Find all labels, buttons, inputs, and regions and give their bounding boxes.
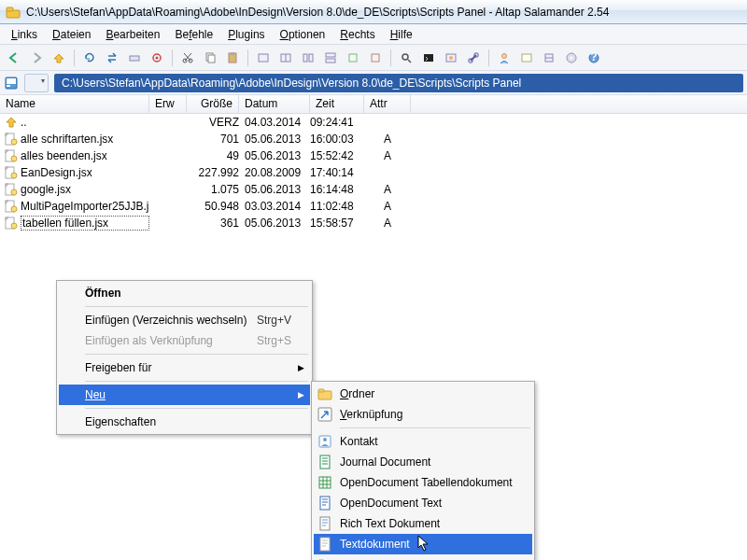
path-display[interactable]: C:\Users\Stefan\AppData\Roaming\Adobe\In… [54, 74, 743, 92]
file-time: 15:52:42 [310, 149, 364, 162]
ctx-paste-link: Einfügen als VerknüpfungStrg+S [59, 330, 310, 351]
tb-cmd1[interactable] [253, 48, 274, 68]
col-erw[interactable]: Erw [149, 95, 187, 113]
sub-txt[interactable]: Textdokument [314, 534, 532, 554]
sub-contact[interactable]: Kontakt [314, 431, 532, 452]
menu-rechts[interactable]: Rechts [332, 26, 382, 43]
tb-copy[interactable] [200, 48, 220, 68]
svg-rect-54 [320, 497, 330, 510]
file-attr: A [364, 149, 411, 162]
odt-icon [317, 496, 332, 511]
svg-text:?: ? [590, 51, 597, 63]
ctx-properties[interactable]: Eigenschaften [59, 412, 310, 432]
file-row[interactable]: google.jsx1.07505.06.201316:14:48A [0, 181, 747, 198]
tb-cut[interactable] [177, 48, 198, 68]
sub-odt-text[interactable]: OpenDocument Text [314, 493, 532, 513]
tb-up[interactable] [49, 48, 69, 68]
tb-pref[interactable] [441, 48, 461, 68]
tb-forward[interactable] [26, 48, 47, 68]
col-zeit[interactable]: Zeit [310, 95, 364, 113]
sub-odt-table[interactable]: OpenDocument Tabellendokument [314, 472, 532, 493]
tb-swap[interactable] [102, 48, 122, 68]
file-list[interactable]: ..VERZ04.03.201409:24:41alle schriftarte… [0, 114, 747, 235]
tb-find[interactable] [396, 48, 416, 68]
sub-rtf[interactable]: Rich Text Dokument [314, 513, 532, 534]
svg-rect-33 [7, 78, 16, 84]
tb-cmd4[interactable] [320, 48, 341, 68]
svg-point-25 [502, 53, 507, 58]
menu-bearbeiten[interactable]: Bearbeiten [98, 26, 167, 43]
ctx-share[interactable]: Freigeben für▶ [59, 357, 310, 378]
file-row[interactable]: MultiPageImporter25JJB.jsx50.94803.03.20… [0, 198, 747, 215]
tb-hotpath[interactable] [147, 48, 167, 68]
toolbar: ? [0, 45, 747, 71]
context-menu: Öffnen Einfügen (Verzeichnis wechseln)St… [56, 280, 313, 435]
menu-dateien[interactable]: Dateien [45, 26, 98, 43]
svg-rect-10 [231, 52, 234, 55]
col-datum[interactable]: Datum [239, 95, 310, 113]
svg-rect-2 [130, 56, 139, 61]
sub-zip[interactable]: ZIP-komprimierter Ordner [314, 554, 532, 560]
ctx-paste[interactable]: Einfügen (Verzeichnis wechseln)Strg+V [59, 310, 310, 330]
sub-link[interactable]: Verknüpfung [314, 404, 532, 425]
tb-link[interactable] [463, 48, 484, 68]
file-icon [4, 200, 19, 213]
file-date: 20.08.2009 [239, 166, 310, 179]
file-size: 701 [187, 133, 239, 146]
tb-refresh[interactable] [79, 48, 100, 68]
file-time: 17:40:14 [310, 166, 364, 179]
file-name: tabellen füllen.jsx [21, 216, 149, 231]
drive-selector[interactable] [24, 74, 49, 92]
tb-terminal[interactable] [418, 48, 439, 68]
menu-links[interactable]: Links [4, 26, 45, 43]
ctx-new[interactable]: Neu▶ [59, 385, 310, 405]
tb-misc2[interactable] [539, 48, 559, 68]
svg-rect-14 [309, 54, 313, 62]
tb-cmd2[interactable] [275, 48, 296, 68]
file-row[interactable]: alles beenden.jsx4905.06.201315:52:42A [0, 147, 747, 164]
svg-rect-52 [320, 455, 330, 469]
file-size: 1.075 [187, 183, 239, 196]
tb-misc1[interactable] [516, 48, 537, 68]
menu-optionen[interactable]: Optionen [273, 26, 333, 43]
drive-icon[interactable] [4, 76, 19, 91]
file-name: EanDesign.jsx [21, 166, 149, 179]
sub-folder[interactable]: Ordner [314, 384, 532, 404]
col-groesse[interactable]: Größe [187, 95, 239, 113]
menu-hilfe[interactable]: Hilfe [383, 26, 420, 43]
svg-point-44 [11, 206, 17, 212]
file-row[interactable]: EanDesign.jsx227.99220.08.200917:40:14 [0, 164, 747, 181]
menu-befehle[interactable]: Befehle [167, 26, 220, 43]
file-row[interactable]: ..VERZ04.03.201409:24:41 [0, 114, 747, 131]
tb-cmd6[interactable] [365, 48, 386, 68]
tb-help[interactable]: ? [584, 48, 604, 68]
menubar: Links Dateien Bearbeiten Befehle Plugins… [0, 24, 747, 45]
file-row[interactable]: tabellen füllen.jsx36105.06.201315:58:57… [0, 215, 747, 231]
tb-disk[interactable] [561, 48, 582, 68]
svg-rect-13 [303, 54, 307, 62]
col-name[interactable]: Name [0, 95, 149, 113]
file-date: 04.03.2014 [239, 116, 310, 129]
ctx-open[interactable]: Öffnen [59, 283, 310, 303]
tb-drives[interactable] [124, 48, 145, 68]
file-row[interactable]: alle schriftarten.jsx70105.06.201316:00:… [0, 131, 747, 147]
tb-back[interactable] [4, 48, 24, 68]
tb-cmd3[interactable] [298, 48, 318, 68]
file-attr: A [364, 183, 411, 196]
svg-rect-26 [522, 54, 531, 62]
tb-paste[interactable] [222, 48, 243, 68]
svg-point-22 [449, 56, 453, 60]
file-icon [4, 217, 19, 230]
col-attr[interactable]: Attr [364, 95, 411, 113]
file-time: 16:14:48 [310, 183, 364, 196]
window-title: C:\Users\Stefan\AppData\Roaming\Adobe\In… [26, 6, 609, 19]
tb-user[interactable] [494, 48, 514, 68]
svg-rect-15 [326, 53, 335, 57]
tb-cmd5[interactable] [343, 48, 363, 68]
file-date: 05.06.2013 [239, 217, 310, 230]
svg-rect-18 [372, 54, 379, 62]
menu-plugins[interactable]: Plugins [220, 26, 272, 43]
sub-journal[interactable]: Journal Document [314, 452, 532, 472]
file-attr: A [364, 200, 411, 213]
svg-rect-8 [208, 55, 215, 63]
